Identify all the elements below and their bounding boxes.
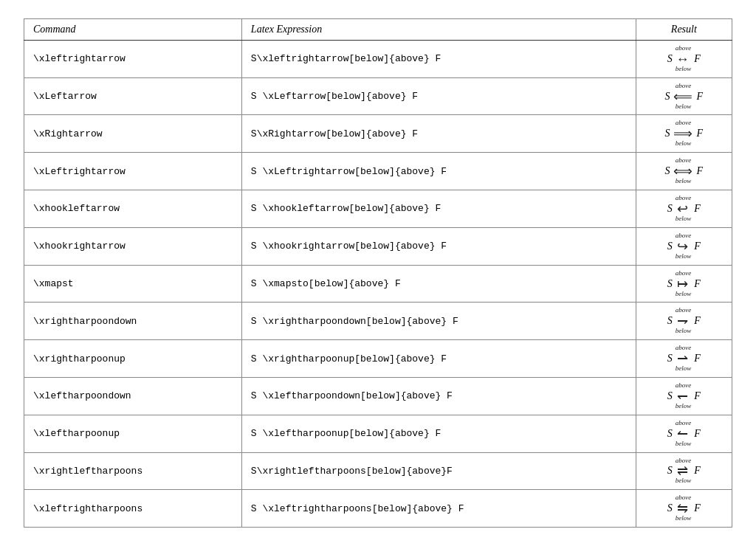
latex-cell: S \xhookleftarrow[below]{above} F — [241, 190, 636, 228]
arrow-symbol: ⇋ — [677, 502, 690, 515]
arrow-below-label: below — [676, 140, 692, 148]
result-cell: Sabove↔belowF — [636, 40, 732, 77]
latex-cell: S\xrightleftharpoons[below]{above}F — [241, 452, 636, 490]
table-row: \xLeftrightarrowS \xLeftrightarrow[below… — [24, 153, 732, 190]
latex-cell: S\xleftrightarrow[below]{above} F — [241, 40, 636, 77]
command-cell: \xrightharpoondown — [24, 303, 242, 340]
arrow-stack: above⇀below — [676, 345, 692, 373]
arrow-below-label: below — [676, 328, 692, 335]
table-header-row: Command Latex Expression Result — [24, 18, 732, 40]
math-f-label: F — [697, 128, 704, 139]
result-cell: Sabove⇌belowF — [636, 452, 732, 490]
main-table-wrapper: Command Latex Expression Result \xleftri… — [24, 18, 732, 528]
arrow-below-label: below — [676, 403, 692, 410]
arrow-symbol: ⟺ — [673, 165, 694, 178]
result-cell: Sabove⇁belowF — [636, 303, 732, 340]
table-row: \xleftrightharpoonsS \xleftrightharpoons… — [24, 490, 732, 528]
latex-cell: S\xRightarrow[below]{above} F — [241, 115, 636, 153]
arrow-symbol: ⟸ — [673, 90, 694, 103]
math-s-label: S — [665, 128, 670, 139]
math-f-label: F — [694, 502, 701, 514]
arrow-stack: above⇁below — [676, 307, 692, 335]
arrow-stack: above⟺below — [673, 157, 694, 185]
command-cell: \xLeftrightarrow — [24, 153, 242, 190]
table-row: \xleftrightarrowS\xleftrightarrow[below]… — [24, 40, 732, 77]
arrow-stack: above↼below — [676, 420, 692, 448]
math-f-label: F — [694, 315, 701, 327]
arrow-below-label: below — [676, 515, 692, 522]
math-f-label: F — [697, 165, 704, 177]
command-cell: \xleftrightharpoons — [24, 490, 242, 528]
arrow-below-label: below — [676, 440, 692, 448]
latex-cell: S \xLeftarrow[below]{above} F — [241, 77, 636, 115]
arrow-below-label: below — [676, 103, 692, 111]
latex-cell: S \xrightharpoonup[below]{above} F — [241, 340, 636, 378]
math-s-label: S — [667, 278, 673, 290]
result-cell: Sabove⟹belowF — [636, 115, 732, 153]
math-f-label: F — [694, 278, 701, 290]
math-s-label: S — [667, 465, 673, 477]
latex-cell: S \xmapsto[below]{above} F — [241, 265, 636, 303]
arrow-stack: above⇋below — [676, 494, 692, 522]
result-cell: Sabove↼belowF — [636, 415, 732, 452]
result-cell: Sabove⇀belowF — [636, 340, 732, 378]
header-latex: Latex Expression — [241, 18, 636, 40]
table-row: \xleftharpoondownS \xleftharpoondown[bel… — [24, 377, 732, 415]
arrow-symbol: ↦ — [677, 277, 690, 291]
arrow-below-label: below — [676, 215, 692, 223]
result-cell: Sabove⟸belowF — [636, 77, 732, 115]
math-f-label: F — [694, 353, 701, 364]
table-row: \xrightleftharpoonsS\xrightleftharpoons[… — [24, 452, 732, 490]
math-f-label: F — [694, 53, 701, 65]
command-cell: \xmapst — [24, 265, 242, 303]
math-s-label: S — [667, 390, 673, 402]
latex-cell: S \xLeftrightarrow[below]{above} F — [241, 153, 636, 190]
table-row: \xhookleftarrowS \xhookleftarrow[below]{… — [24, 190, 732, 228]
arrow-stack: above⟸below — [673, 83, 694, 111]
math-s-label: S — [667, 502, 673, 514]
command-cell: \xhookleftarrow — [24, 190, 242, 228]
arrow-below-label: below — [676, 253, 692, 260]
arrow-symbol: ⟹ — [673, 127, 694, 140]
math-s-label: S — [667, 315, 673, 327]
latex-arrows-table: Command Latex Expression Result \xleftri… — [24, 18, 732, 528]
arrow-below-label: below — [676, 365, 692, 373]
arrow-stack: above↽below — [676, 382, 692, 410]
result-cell: Sabove⟺belowF — [636, 153, 732, 190]
table-row: \xRightarrowS\xRightarrow[below]{above} … — [24, 115, 732, 153]
command-cell: \xleftharpoonup — [24, 415, 242, 452]
command-cell: \xhookrightarrow — [24, 227, 242, 265]
result-cell: Sabove↩belowF — [636, 190, 732, 228]
command-cell: \xRightarrow — [24, 115, 242, 153]
arrow-stack: above↪below — [676, 232, 692, 260]
table-row: \xrightharpoonupS \xrightharpoonup[below… — [24, 340, 732, 378]
math-s-label: S — [665, 165, 670, 177]
result-cell: Sabove↦belowF — [636, 265, 732, 303]
latex-cell: S \xleftharpoondown[below]{above} F — [241, 377, 636, 415]
math-f-label: F — [694, 241, 701, 252]
arrow-stack: above↩below — [676, 195, 692, 223]
result-cell: Sabove⇋belowF — [636, 490, 732, 528]
result-cell: Sabove↽belowF — [636, 377, 732, 415]
arrow-below-label: below — [676, 291, 692, 298]
arrow-stack: above↦below — [676, 270, 692, 298]
arrow-stack: above↔below — [676, 45, 692, 73]
latex-cell: S \xhookrightarrow[below]{above} F — [241, 227, 636, 265]
arrow-symbol: ⇁ — [677, 314, 690, 328]
latex-cell: S \xrightharpoondown[below]{above} F — [241, 303, 636, 340]
arrow-symbol: ↔ — [676, 52, 691, 66]
header-result: Result — [636, 18, 732, 40]
command-cell: \xLeftarrow — [24, 77, 242, 115]
table-row: \xLeftarrowS \xLeftarrow[below]{above} F… — [24, 77, 732, 115]
math-s-label: S — [665, 91, 670, 103]
arrow-symbol: ↪ — [677, 240, 690, 253]
table-row: \xmapstS \xmapsto[below]{above} FSabove↦… — [24, 265, 732, 303]
math-s-label: S — [667, 203, 673, 215]
arrow-below-label: below — [676, 477, 692, 485]
math-s-label: S — [667, 241, 673, 252]
command-cell: \xrightharpoonup — [24, 340, 242, 378]
math-f-label: F — [694, 465, 701, 477]
arrow-stack: above⟹below — [673, 120, 694, 148]
math-f-label: F — [694, 428, 701, 440]
arrow-symbol: ↼ — [677, 427, 690, 440]
